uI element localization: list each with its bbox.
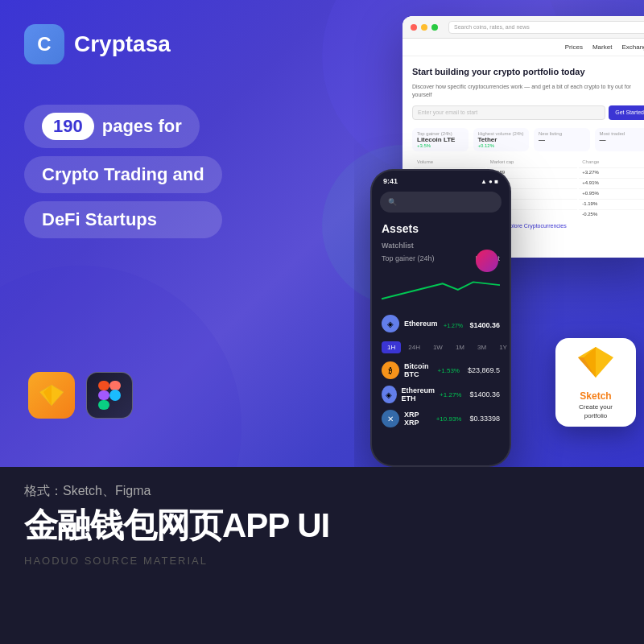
ethereum-icon: ◈ (382, 315, 399, 332)
browser-email-input[interactable]: Enter your email to start (412, 105, 605, 120)
browser-stat-card-1: Top gainer (24h) Litecoin LTE +3.5% (412, 128, 469, 151)
browser-stat-card-4: Most traded — (595, 128, 645, 151)
browser-hero-title: Start building your crypto portfolio tod… (412, 66, 644, 78)
bottom-section: 格式：Sketch、Figma 金融钱包网页APP UI HAODUO SOUR… (0, 467, 644, 644)
browser-dot-yellow (421, 24, 427, 31)
tab-3m[interactable]: 3M (472, 341, 492, 353)
browser-stats-row: Top gainer (24h) Litecoin LTE +3.5% High… (412, 128, 644, 151)
browser-search-bar[interactable]: Search coins, rates, and news (448, 21, 644, 34)
tools-area (28, 372, 133, 419)
badge-area: 190 pages for Crypto Trading and DeFi St… (24, 105, 222, 246)
tab-1h[interactable]: 1H (382, 341, 401, 353)
sketch-badge: Sketch Create yourportfolio (555, 338, 636, 427)
browser-bar: Search coins, rates, and news (402, 16, 644, 39)
phone-assets-title: Assets (372, 216, 510, 238)
tab-1w[interactable]: 1W (427, 341, 448, 353)
logo-text: Cryptasa (74, 31, 171, 57)
tab-24h[interactable]: 24H (402, 341, 426, 353)
browser-cta-button[interactable]: Get Started (609, 105, 644, 120)
badge-line2: Crypto Trading and (24, 156, 222, 193)
badge-line3: DeFi Startups (24, 201, 222, 238)
bottom-title: 金融钱包网页APP UI (24, 506, 620, 545)
tab-1m[interactable]: 1M (450, 341, 470, 353)
browser-dot-red (411, 24, 417, 31)
deco-circle-3 (0, 266, 242, 467)
badge-pages-label: pages for (102, 116, 182, 137)
svg-rect-4 (98, 381, 109, 390)
browser-dot-green (431, 24, 438, 31)
badge-row-1: 190 pages for (24, 105, 200, 148)
browser-nav: Prices Market Exchange (402, 39, 644, 56)
bottom-source: HAODUO SOURCE MATERIAL (24, 555, 620, 567)
xrp-icon: ✕ (382, 410, 399, 427)
browser-cta-row: Enter your email to start Get Started (412, 105, 644, 120)
svg-rect-6 (98, 390, 109, 400)
browser-stat-card-3: New listing — (534, 128, 590, 151)
phone-mockup: 9:41 ▲ ● ■ 🔍 Assets Watchlist Top gainer… (370, 169, 511, 467)
phone-search-bar[interactable]: 🔍 (380, 192, 502, 213)
top-section: C Cryptasa 190 pages for Crypto Trading … (0, 0, 644, 467)
bitcoin-icon: ₿ (382, 361, 399, 379)
tab-1y[interactable]: 1Y (493, 341, 511, 353)
logo-icon: C (24, 24, 64, 64)
bottom-format-label: 格式：Sketch、Figma (24, 483, 620, 500)
phone-time-tabs: 1H 24H 1W 1M 3M 1Y (372, 336, 510, 358)
sketch-badge-icon (576, 345, 616, 387)
phone-chart (382, 267, 500, 308)
phone-asset-row-xrp: ✕ XRP XRP +10.93% $0.33398 (372, 407, 510, 431)
svg-rect-7 (98, 400, 109, 410)
phone-status-bar: 9:41 ▲ ● ■ (372, 171, 510, 188)
ethereum-icon-2: ◈ (382, 386, 397, 403)
sketch-badge-label: Sketch (580, 390, 611, 402)
mockup-area: Search coins, rates, and news Prices Mar… (354, 0, 644, 467)
browser-hero-sub: Discover how specific cryptocurrencies w… (412, 83, 644, 99)
sketch-tool-icon (28, 372, 75, 419)
badge-number: 190 (42, 113, 94, 140)
phone-header-row: Assets (372, 216, 510, 238)
phone-asset-row-eth: ◈ Ethereum +1.27% $1400.36 (372, 311, 510, 336)
phone-asset-row-eth2: ◈ Ethereum ETH +1.27% $1400.36 (372, 382, 510, 407)
figma-tool-icon (86, 372, 133, 419)
svg-point-8 (109, 390, 121, 401)
browser-stat-card-2: Highest volume (24h) Tether +0.12% (473, 128, 530, 151)
svg-rect-5 (109, 381, 121, 390)
logo-area: C Cryptasa (24, 24, 171, 64)
phone-asset-row-btc: ₿ Bitcoin BTC +1.53% $23,869.5 (372, 358, 510, 382)
sketch-badge-text: Create yourportfolio (579, 403, 613, 420)
